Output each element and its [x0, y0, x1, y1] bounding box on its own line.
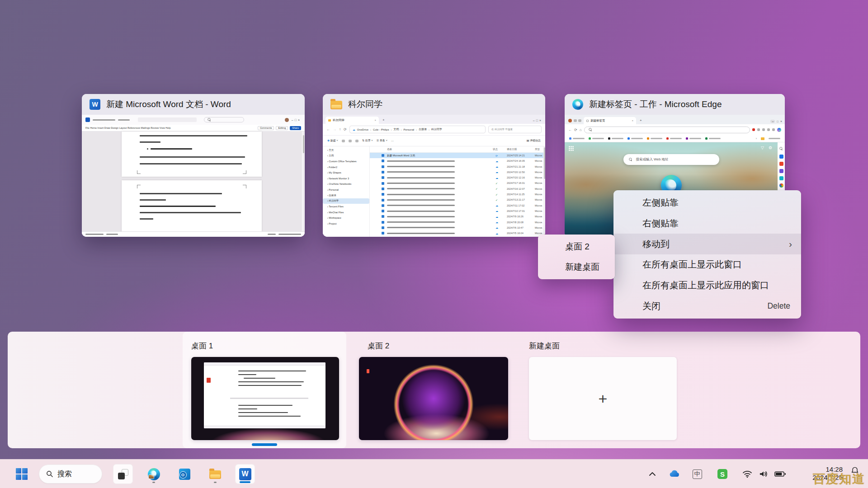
- breadcrumb-item[interactable]: Cole - Philips: [373, 128, 389, 131]
- bookmark-item[interactable]: [666, 137, 682, 140]
- explorer-sidebar-item[interactable]: › Personal: [323, 187, 369, 193]
- file-row[interactable]: ☁2024/7/20 12:16Micros: [370, 175, 545, 180]
- tray-battery-button[interactable]: [773, 460, 788, 488]
- file-row[interactable]: ✓2024/7/16 12:07Micros: [370, 186, 545, 192]
- tab-close-icon[interactable]: ×: [632, 119, 633, 122]
- word-comments-button[interactable]: Comments: [258, 126, 274, 130]
- explorer-sidebar-item[interactable]: › 自媒体: [323, 192, 369, 198]
- copilot-icon[interactable]: [777, 128, 781, 132]
- tab-close-icon[interactable]: ×: [374, 119, 376, 122]
- explorer-sidebar-item[interactable]: › Folder2: [323, 164, 369, 170]
- extension-icon-red[interactable]: [752, 128, 755, 131]
- explorer-sidebar-item[interactable]: › 科尔同学: [323, 198, 369, 204]
- word-editing-button[interactable]: Editing: [276, 126, 288, 130]
- file-row[interactable]: 新建 Microsoft Word 文档⟳2024/7/25 14:21Micr…: [370, 153, 545, 158]
- file-row[interactable]: ☁2024/7/20 12:50Micros: [370, 169, 545, 175]
- new-desktop-group[interactable]: 新建桌面 +: [521, 332, 684, 448]
- bookmark-item[interactable]: [608, 137, 623, 140]
- back-icon[interactable]: ←: [568, 128, 572, 132]
- breadcrumb-item[interactable]: 科尔同学: [431, 127, 442, 131]
- menu-item-show-app-windows-on-all-desktops[interactable]: 在所有桌面上显示此应用的窗口: [613, 275, 801, 296]
- explorer-sidebar-item[interactable]: › Workspace: [323, 215, 369, 221]
- tray-wifi-button[interactable]: [741, 460, 754, 488]
- sidebar-icon-blue[interactable]: [779, 155, 783, 159]
- bookmark-item[interactable]: [569, 137, 585, 140]
- breadcrumb-item[interactable]: 自媒体: [419, 127, 427, 131]
- submenu-item-new-desktop[interactable]: 新建桌面: [538, 257, 615, 278]
- new-desktop-button[interactable]: +: [529, 357, 677, 440]
- explorer-scrollbar[interactable]: [543, 146, 545, 237]
- bookmarks-folder-icon[interactable]: [761, 137, 764, 140]
- taskbar-explorer-button[interactable]: [205, 464, 225, 484]
- tray-chevron-button[interactable]: [646, 460, 659, 488]
- edge-search-box[interactable]: 搜索或输入 Web 地址: [623, 154, 719, 165]
- bookmark-item[interactable]: [589, 137, 604, 140]
- breadcrumb-item[interactable]: OneDrive: [357, 128, 368, 131]
- desktop-2-thumbnail[interactable]: [359, 357, 508, 440]
- tray-sogou-button[interactable]: S: [715, 460, 730, 488]
- view-button[interactable]: ☰ 查看 ˅: [377, 139, 387, 143]
- file-row[interactable]: ☁2024/7/9 16:26Micros: [370, 214, 545, 219]
- details-button[interactable]: ▤ 详细信息: [527, 139, 541, 143]
- word-mini-searchbox[interactable]: [204, 117, 244, 122]
- submenu-item-desktop-2[interactable]: 桌面 2: [538, 236, 615, 257]
- sidebar-search-icon[interactable]: [779, 147, 783, 150]
- file-row[interactable]: ☁2024/7/24 16:05Micros: [370, 158, 545, 164]
- desktop-1-group[interactable]: 桌面 1: [183, 332, 346, 448]
- menu-item-snap-left[interactable]: 左侧贴靠: [613, 192, 801, 213]
- new-tab-icon[interactable]: +: [640, 118, 642, 122]
- close-icon[interactable]: ×: [780, 120, 782, 123]
- explorer-sidebar-item[interactable]: › Custom Office Templates: [323, 159, 369, 164]
- file-row[interactable]: ☁2024/7/5 16:04Micros: [370, 230, 545, 236]
- bookmark-item[interactable]: [705, 137, 721, 140]
- file-row[interactable]: ☁2024/7/11 17:02Micros: [370, 203, 545, 208]
- explorer-tab[interactable]: 科尔同学 ×: [326, 117, 379, 124]
- file-row[interactable]: ✓2024/7/14 11:25Micros: [370, 192, 545, 197]
- page-layout-icon[interactable]: ▽: [761, 145, 764, 150]
- edge-tab[interactable]: 新建标签页 ×: [584, 117, 636, 124]
- tray-onedrive-button[interactable]: [666, 460, 682, 488]
- minimize-icon[interactable]: –: [770, 120, 775, 123]
- back-icon[interactable]: ←: [326, 127, 330, 131]
- file-row[interactable]: ✓2024/7/13 21:17Micros: [370, 197, 545, 202]
- bookmark-item[interactable]: [627, 137, 643, 140]
- taskbar-outlook-button[interactable]: [175, 464, 194, 484]
- file-list-header[interactable]: 名称 状态 修改日期 类型: [370, 146, 545, 153]
- menu-item-show-on-all-desktops[interactable]: 在所有桌面上显示此窗口: [613, 254, 801, 275]
- explorer-window-thumbnail[interactable]: 科尔同学 科尔同学 × + –□× ← → ↑ ⟳ ☁OneDrive›Cole…: [323, 94, 545, 237]
- file-row[interactable]: ✓2024/7/17 16:01Micros: [370, 180, 545, 186]
- edge-url-field[interactable]: [584, 127, 750, 133]
- explorer-sidebar-item[interactable]: › OneNote Notebooks: [323, 181, 369, 187]
- apps-grid-icon[interactable]: [569, 146, 574, 151]
- up-icon[interactable]: ↑: [339, 127, 341, 131]
- word-share-button[interactable]: Share: [290, 126, 301, 130]
- menu-item-close[interactable]: 关闭Delete: [613, 296, 801, 316]
- file-row[interactable]: ☁2024/7/8 20:08Micros: [370, 220, 545, 225]
- menu-item-snap-right[interactable]: 右侧贴靠: [613, 213, 801, 234]
- sidebar-icon-gear[interactable]: [779, 183, 783, 188]
- explorer-sidebar-item[interactable]: › Network Monitor 3: [323, 176, 369, 182]
- start-button[interactable]: [12, 464, 32, 484]
- bookmark-item[interactable]: [647, 137, 662, 140]
- tray-ime-button[interactable]: 中: [690, 460, 704, 488]
- explorer-sidebar-item[interactable]: › 文档: [323, 153, 369, 159]
- explorer-sidebar-item[interactable]: › 主页: [323, 147, 369, 153]
- sort-button[interactable]: ⇅ 排序 ˅: [362, 139, 373, 143]
- settings-gear-icon[interactable]: ⚙: [769, 145, 772, 150]
- file-row[interactable]: ☁2024/7/10 17:01Micros: [370, 208, 545, 214]
- word-window-thumbnail[interactable]: W 新建 Microsoft Word 文档 - Word –□× File H…: [82, 94, 305, 237]
- desktop-2-group[interactable]: 桌面 2: [351, 332, 516, 448]
- taskbar-word-button[interactable]: W: [235, 464, 255, 484]
- explorer-sidebar-item[interactable]: › My Shapes: [323, 170, 369, 176]
- tray-volume-button[interactable]: [757, 460, 770, 488]
- bookmarks-overflow-icon[interactable]: ›: [756, 137, 757, 140]
- breadcrumb-item[interactable]: 文档: [393, 127, 399, 131]
- edge-profile-avatar[interactable]: [568, 119, 572, 122]
- menu-item-move-to[interactable]: 移动到›: [613, 234, 801, 254]
- more-button[interactable]: ⋯: [391, 139, 394, 142]
- breadcrumb[interactable]: ☁OneDrive›Cole - Philips›文档›Personal›自媒体…: [349, 126, 486, 133]
- explorer-search-input[interactable]: 在 科尔同学 中搜索: [488, 126, 542, 133]
- forward-icon[interactable]: →: [333, 127, 336, 131]
- explorer-sidebar-item[interactable]: › WeChat Files: [323, 210, 369, 216]
- task-view-button[interactable]: [113, 464, 133, 484]
